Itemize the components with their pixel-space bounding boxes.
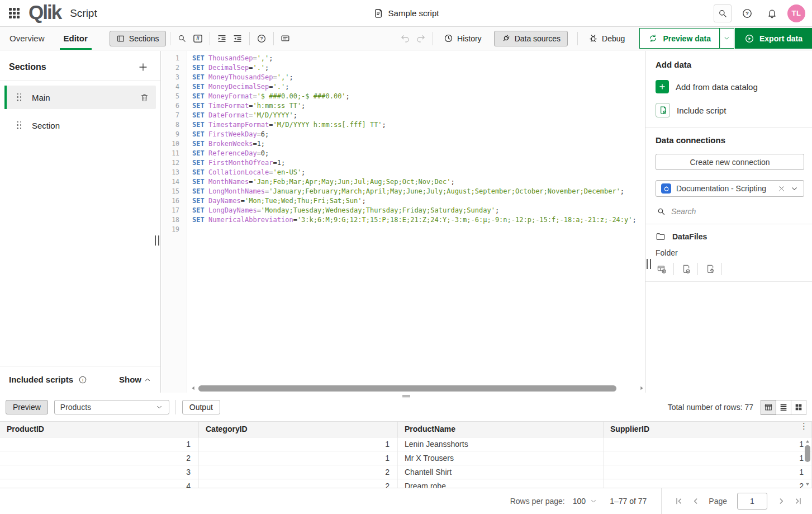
app-launcher-icon[interactable] (9, 8, 20, 18)
code-line[interactable]: SET ThousandSep=','; (192, 54, 644, 63)
table-vertical-scrollbar[interactable] (804, 439, 811, 487)
show-toggle[interactable]: Show (119, 375, 151, 384)
code-line[interactable]: SET LongMonthNames='January;February;Mar… (192, 187, 644, 196)
add-section-button[interactable] (138, 62, 148, 72)
section-item-main[interactable]: Main (4, 86, 156, 109)
search-input[interactable] (671, 207, 755, 216)
tab-overview[interactable]: Overview (0, 27, 54, 50)
column-header[interactable]: ProductName (398, 422, 604, 437)
script-editor[interactable]: 12345678910111213141516171819 SET Thousa… (162, 51, 644, 393)
avatar[interactable]: TL (787, 4, 805, 22)
scroll-down-arrow[interactable] (805, 482, 810, 487)
editor-horizontal-scrollbar[interactable] (191, 384, 644, 392)
code-line[interactable]: SET TimeFormat='h:mm:ss TT'; (192, 101, 644, 111)
add-from-catalog-button[interactable]: Add from data catalog (656, 80, 804, 93)
clear-connection-icon[interactable] (778, 185, 785, 192)
chevron-down-icon[interactable] (790, 185, 799, 193)
rows-per-page-value[interactable]: 100 (573, 497, 586, 506)
indent-button[interactable] (214, 31, 230, 46)
code-line[interactable]: SET LongDayNames='Monday;Tuesday;Wednesd… (192, 206, 644, 215)
code-line[interactable]: SET ReferenceDay=0; (192, 149, 644, 158)
tab-editor[interactable]: Editor (54, 27, 97, 50)
select-data-icon[interactable] (656, 263, 668, 275)
connection-search[interactable] (656, 204, 804, 219)
column-header[interactable]: ProductID (0, 422, 199, 437)
outdent-button[interactable] (230, 31, 245, 46)
table-view-button[interactable] (761, 400, 776, 415)
column-menu-icon[interactable]: ⋮ (800, 425, 808, 428)
code-line[interactable] (192, 225, 644, 234)
code-line[interactable]: SET MoneyDecimalSep='.'; (192, 82, 644, 92)
include-script-button[interactable]: Include script (656, 103, 804, 117)
document-chip[interactable]: Sample script (373, 8, 439, 18)
column-header[interactable]: SupplierID (604, 422, 812, 437)
annotations-button[interactable] (278, 31, 293, 46)
datafiles-item[interactable]: DataFiles (656, 232, 804, 242)
comment-button[interactable]: // (190, 31, 206, 46)
preview-data-menu-button[interactable] (720, 28, 734, 49)
first-page-button[interactable] (671, 493, 687, 509)
scrollbar-thumb[interactable] (805, 445, 810, 462)
scroll-right-arrow[interactable] (639, 385, 644, 391)
insert-script-icon[interactable] (704, 263, 716, 275)
previous-page-button[interactable] (687, 493, 704, 509)
info-icon[interactable]: i (78, 375, 87, 384)
code-line[interactable]: SET NumericalAbbreviation='3:k;6:M;9:G;1… (192, 215, 644, 225)
code-line[interactable]: SET DecimalSep='.'; (192, 63, 644, 73)
create-connection-button[interactable]: Create new connection (656, 154, 804, 170)
scroll-up-arrow[interactable] (805, 439, 810, 444)
grid-view-button[interactable] (791, 400, 806, 415)
code-line[interactable]: SET MoneyFormat='$ ###0.00;-$ ###0.00'; (192, 92, 644, 101)
redo-button[interactable] (413, 31, 429, 46)
code-line[interactable]: SET MoneyThousandSep=','; (192, 73, 644, 82)
code-lines[interactable]: SET ThousandSep=',';SET DecimalSep='.';S… (187, 51, 644, 393)
preview-data-button[interactable]: Preview data (639, 28, 720, 49)
code-line[interactable]: SET CollationLocale='en-US'; (192, 168, 644, 177)
global-search-button[interactable] (714, 4, 732, 22)
drag-handle-icon[interactable] (17, 93, 22, 102)
help-button[interactable]: ? (738, 4, 756, 22)
section-item-section[interactable]: Section (4, 114, 156, 137)
history-button[interactable]: History (437, 31, 488, 46)
last-page-button[interactable] (790, 493, 806, 509)
code-line[interactable]: SET MonthNames='Jan;Feb;Mar;Apr;May;Jun;… (192, 177, 644, 187)
table-row[interactable]: 32Chantell Shirt1 (0, 465, 812, 479)
left-panel-resize-handle[interactable] (155, 235, 159, 246)
right-panel-resize-handle[interactable] (647, 259, 651, 269)
table-row[interactable]: 11Lenin Jeansshorts1 (0, 437, 812, 451)
column-header[interactable]: CategoryID (199, 422, 398, 437)
code-line[interactable]: SET DateFormat='M/D/YYYY'; (192, 111, 644, 120)
export-data-button[interactable]: Export data (735, 28, 812, 49)
code-line[interactable]: SET DayNames='Mon;Tue;Wed;Thu;Fri;Sat;Su… (192, 196, 644, 206)
page-input[interactable] (737, 493, 767, 510)
preview-tab-button[interactable]: Preview (6, 400, 48, 414)
code-line[interactable]: SET BrokenWeeks=1; (192, 139, 644, 149)
table-row[interactable]: 42Dream robe2 (0, 479, 812, 488)
list-view-button[interactable] (776, 400, 791, 415)
pane-resize-handle[interactable] (402, 394, 410, 399)
connection-select[interactable]: Documentation - Scripting (656, 180, 804, 197)
output-tab-button[interactable]: Output (182, 400, 220, 414)
table-cell: 2 (604, 479, 812, 488)
syntax-help-button[interactable]: ? (254, 31, 269, 46)
next-page-button[interactable] (773, 493, 790, 509)
scrollbar-thumb[interactable] (198, 385, 616, 392)
code-line[interactable]: SET FirstWeekDay=6; (192, 130, 644, 139)
code-line[interactable]: SET FirstMonthOfYear=1; (192, 158, 644, 168)
drag-handle-icon[interactable] (17, 121, 22, 130)
code-line[interactable]: SET TimestampFormat='M/D/YYYY h:mm:ss[.f… (192, 120, 644, 130)
find-replace-button[interactable] (174, 31, 190, 46)
dataset-select[interactable]: Products (54, 400, 169, 414)
delete-section-icon[interactable] (140, 93, 149, 102)
notifications-button[interactable] (763, 4, 781, 22)
select-script-icon[interactable] (680, 263, 692, 275)
scroll-left-arrow[interactable] (191, 385, 196, 391)
table-cell: 2 (199, 479, 398, 488)
undo-button[interactable] (397, 31, 413, 46)
table-row[interactable]: 21Mr X Trousers1 (0, 451, 812, 465)
debug-button[interactable]: Debug (582, 31, 631, 46)
sections-toggle-button[interactable]: Sections (110, 31, 166, 46)
chevron-down-icon[interactable] (590, 497, 597, 505)
line-number: 2 (162, 63, 187, 73)
data-sources-button[interactable]: Data sources (494, 31, 568, 46)
